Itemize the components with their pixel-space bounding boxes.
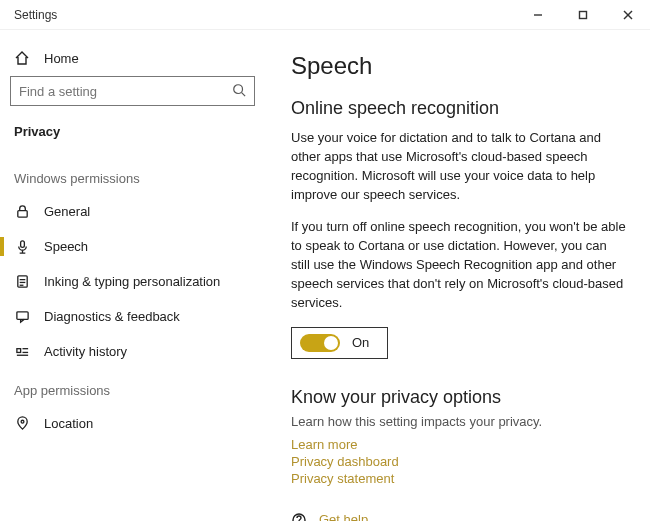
current-category: Privacy [0,118,265,157]
nav-label: General [44,204,90,219]
microphone-icon [14,239,30,254]
description-1: Use your voice for dictation and to talk… [291,129,626,204]
nav-label: Location [44,416,93,431]
svg-point-17 [21,420,24,423]
toggle-state-label: On [352,335,369,350]
speech-toggle[interactable] [300,334,340,352]
nav-label: Diagnostics & feedback [44,309,180,324]
group-app-permissions: App permissions [0,369,265,406]
privacy-options-title: Know your privacy options [291,387,626,408]
get-help-row[interactable]: Get help [291,512,626,521]
nav-diagnostics[interactable]: Diagnostics & feedback [0,299,265,334]
toggle-knob [324,336,338,350]
nav-label: Inking & typing personalization [44,274,220,289]
description-2: If you turn off online speech recognitio… [291,218,626,312]
nav-label: Speech [44,239,88,254]
close-button[interactable] [605,0,650,30]
window-title: Settings [14,8,57,22]
nav-general[interactable]: General [0,194,265,229]
minimize-button[interactable] [515,0,560,30]
group-windows-permissions: Windows permissions [0,157,265,194]
get-help-label: Get help [319,512,368,521]
home-nav[interactable]: Home [0,42,265,76]
clipboard-icon [14,274,30,289]
nav-location[interactable]: Location [0,406,265,441]
activity-icon [14,344,30,359]
link-privacy-statement[interactable]: Privacy statement [291,471,626,486]
privacy-options-sub: Learn how this setting impacts your priv… [291,414,626,429]
svg-line-5 [242,92,246,96]
search-icon [232,83,246,100]
location-icon [14,416,30,431]
nav-speech[interactable]: Speech [0,229,265,264]
svg-rect-6 [17,211,26,218]
search-input[interactable] [19,84,232,99]
svg-rect-13 [16,349,20,353]
svg-rect-1 [579,11,586,18]
help-icon [291,512,307,521]
maximize-button[interactable] [560,0,605,30]
nav-label: Activity history [44,344,127,359]
lock-icon [14,204,30,219]
nav-activity-history[interactable]: Activity history [0,334,265,369]
search-box[interactable] [10,76,255,106]
svg-rect-7 [20,241,24,248]
section-title: Online speech recognition [291,98,626,119]
link-learn-more[interactable]: Learn more [291,437,626,452]
speech-toggle-container: On [291,327,388,359]
page-title: Speech [291,52,626,80]
svg-point-4 [234,84,243,93]
main-content: Speech Online speech recognition Use you… [265,30,650,521]
svg-rect-12 [16,312,27,320]
home-label: Home [44,51,79,66]
link-privacy-dashboard[interactable]: Privacy dashboard [291,454,626,469]
nav-inking-typing[interactable]: Inking & typing personalization [0,264,265,299]
settings-window: Settings Home [0,0,650,521]
sidebar: Home Privacy Windows permissions General [0,30,265,521]
titlebar: Settings [0,0,650,30]
home-icon [14,50,30,66]
feedback-icon [14,309,30,324]
